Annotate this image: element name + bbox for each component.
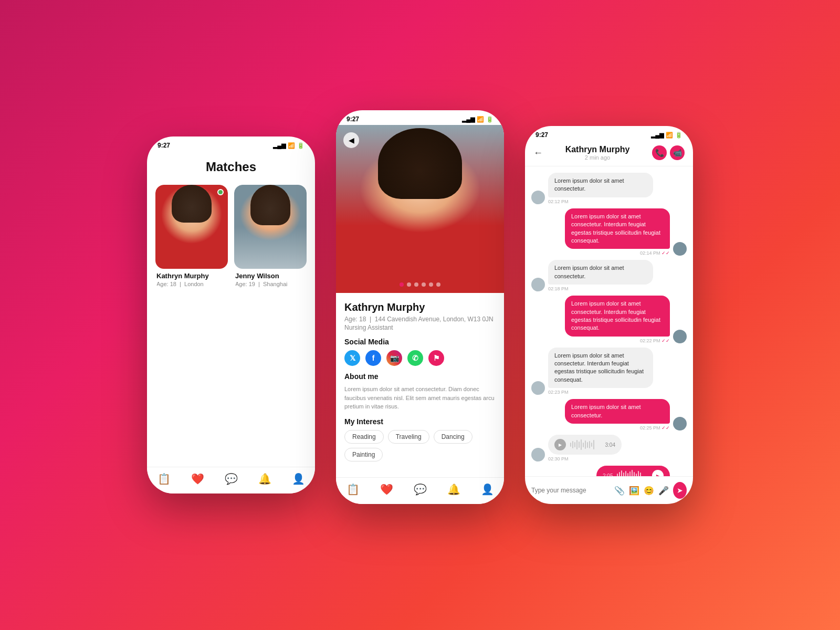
emoji-icon[interactable]: 😊 [644, 486, 654, 496]
tick-2: ✓✓ [662, 250, 670, 256]
image-icon[interactable]: 🖼️ [629, 486, 639, 496]
profile-job: Nursing Assistant [344, 324, 496, 331]
match-name-2: Jenny Wilson [235, 272, 306, 280]
msg-wrap-8: 2:05 ▶ [596, 466, 670, 476]
chat-header-center: Kathryn Murphy 2 min ago [543, 145, 652, 161]
back-button[interactable]: ◀ [343, 132, 359, 148]
call-button[interactable]: 📞 [652, 145, 667, 160]
my-avatar-6 [673, 417, 687, 430]
dot-6[interactable] [436, 282, 440, 287]
profile-big-image [336, 125, 504, 293]
match-card-2[interactable]: Jenny Wilson Age: 19 | Shanghai [234, 185, 307, 289]
msg-bubble-3: Lorem ipsum dolor sit amet consectetur. [548, 260, 653, 285]
chat-header: ← Kathryn Murphy 2 min ago 📞 📹 [525, 141, 693, 166]
msg-avatar-7 [531, 448, 545, 461]
time-1: 9:27 [158, 142, 170, 149]
facebook-icon[interactable]: f [365, 350, 381, 366]
wifi-icon-3: 📶 [666, 132, 673, 139]
mic-icon[interactable]: 🎤 [658, 486, 669, 496]
wb [589, 441, 590, 448]
send-button[interactable]: ➤ [673, 482, 687, 499]
chat-messages: Lorem ipsum dolor sit amet consectetur. … [525, 166, 693, 476]
chat-phone: 9:27 ▂▄▆ 📶 🔋 ← Kathryn Murphy 2 min ago … [525, 126, 693, 504]
msg-time-2: 02:14 PM ✓✓ [565, 250, 670, 256]
dot-4[interactable] [422, 282, 426, 287]
wb [632, 470, 633, 476]
wb [574, 442, 575, 447]
signal-icon: ▂▄▆ [273, 142, 286, 149]
msg-time-3: 02:18 PM [548, 286, 653, 291]
dot-2[interactable] [407, 282, 411, 287]
msg-row-1: Lorem ipsum dolor sit amet consectetur. … [531, 173, 687, 204]
matches-screen: Matches Kathryn Murphy Age: 18 | London [147, 160, 315, 289]
social-icons-row: 𝕏 f 📷 ✆ ⚑ [344, 350, 496, 366]
interests-list: Reading Traveling Dancing Painting [344, 430, 496, 461]
match-meta-2: Age: 19 | Shanghai [235, 281, 306, 287]
msg-row-4: Lorem ipsum dolor sit amet consectetur. … [531, 296, 687, 343]
nav-chat-icon-2[interactable]: 💬 [414, 483, 427, 496]
voice-bubble-received: ▶ 3:04 [548, 435, 622, 455]
nav-cards-icon[interactable]: 📋 [158, 472, 171, 485]
wb [585, 440, 586, 449]
flag-icon[interactable]: ⚑ [428, 350, 444, 366]
dot-1[interactable] [400, 282, 404, 287]
nav-bell-icon[interactable]: 🔔 [258, 472, 271, 485]
matches-phone: 9:27 ▂▄▆ 📶 🔋 Matches Kathryn Murphy Age:… [147, 136, 315, 494]
play-btn-received[interactable]: ▶ [554, 439, 566, 450]
profile-phone: 9:27 ▂▄▆ 📶 🔋 ◀ Kathryn Murphy Age: 18 | … [336, 110, 504, 504]
msg-wrap-7: ▶ 3:04 [548, 435, 622, 461]
msg-wrap-1: Lorem ipsum dolor sit amet consectetur. … [548, 173, 653, 204]
chat-status: 2 min ago [543, 154, 652, 161]
msg-row-2: Lorem ipsum dolor sit amet consectetur. … [531, 208, 687, 256]
match-card-1[interactable]: Kathryn Murphy Age: 18 | London [155, 185, 228, 289]
wb [593, 440, 594, 449]
nav-chat-icon[interactable]: 💬 [225, 472, 238, 485]
msg-row-8: 2:05 ▶ [531, 466, 687, 476]
instagram-icon[interactable]: 📷 [386, 350, 402, 366]
interest-traveling: Traveling [388, 430, 429, 444]
match-location-1: London [184, 281, 204, 287]
nav-heart-icon-2[interactable]: ❤️ [380, 483, 393, 496]
match-location-2: Shanghai [263, 281, 288, 287]
wb [572, 441, 573, 448]
msg-avatar-1 [531, 191, 545, 204]
wb [623, 472, 624, 476]
nav-profile-icon[interactable]: 👤 [292, 472, 305, 485]
wb [583, 443, 584, 447]
dot-5[interactable] [429, 282, 433, 287]
video-button[interactable]: 📹 [670, 145, 685, 160]
nav-heart-icon[interactable]: ❤️ [191, 472, 204, 485]
whatsapp-icon[interactable]: ✆ [407, 350, 423, 366]
twitter-icon[interactable]: 𝕏 [344, 350, 360, 366]
battery-icon-3: 🔋 [675, 132, 682, 139]
chat-back-button[interactable]: ← [533, 148, 543, 159]
nav-bell-icon-2[interactable]: 🔔 [447, 483, 460, 496]
attachment-icon[interactable]: 📎 [614, 486, 625, 496]
signal-icons-3: ▂▄▆ 📶 🔋 [651, 132, 682, 139]
wifi-icon: 📶 [288, 142, 295, 149]
match-meta-1: Age: 18 | London [156, 281, 227, 287]
msg-avatar-3 [531, 278, 545, 291]
msg-row-6: Lorem ipsum dolor sit amet consectetur. … [531, 399, 687, 430]
nav-profile-icon-2[interactable]: 👤 [481, 483, 494, 496]
status-bar-2: 9:27 ▂▄▆ 📶 🔋 [336, 110, 504, 125]
matches-grid: Kathryn Murphy Age: 18 | London Jenny Wi… [155, 185, 307, 289]
play-btn-sent[interactable]: ▶ [652, 470, 664, 476]
image-dots [400, 282, 440, 287]
dot-3[interactable] [414, 282, 418, 287]
bottom-nav-2: 📋 ❤️ 💬 🔔 👤 [336, 477, 504, 504]
profile-image-area: ◀ [336, 125, 504, 293]
nav-cards-icon-2[interactable]: 📋 [346, 483, 360, 496]
waveform-received [570, 439, 601, 450]
wb [591, 443, 592, 447]
time-2: 9:27 [346, 116, 359, 123]
time-3: 9:27 [536, 131, 548, 139]
msg-time-1: 02:12 PM [548, 199, 653, 204]
my-avatar-2 [673, 242, 687, 256]
interest-reading: Reading [344, 430, 384, 444]
match-avatar-1 [155, 185, 228, 269]
about-text: Lorem ipsum dolor sit amet consectetur. … [344, 385, 496, 411]
wb [634, 472, 635, 476]
chat-input[interactable] [531, 487, 610, 494]
match-info-2: Jenny Wilson Age: 19 | Shanghai [234, 269, 307, 289]
